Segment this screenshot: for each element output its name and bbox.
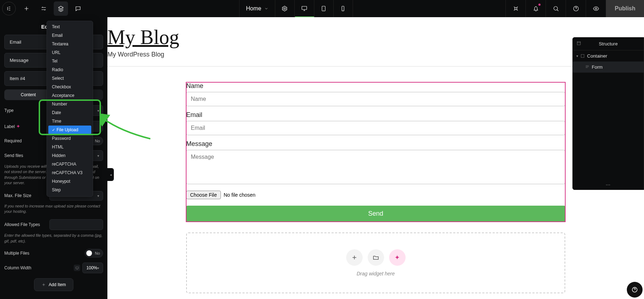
notification-icon[interactable] — [526, 0, 546, 17]
multi-toggle[interactable]: No — [85, 249, 103, 258]
no-file-text: No file chosen — [224, 192, 256, 198]
type-option[interactable]: Checkbox — [48, 83, 91, 91]
type-option[interactable]: Select — [48, 74, 91, 83]
svg-rect-7 — [76, 267, 78, 269]
form-message-input[interactable] — [186, 150, 565, 184]
form-email-label: Email — [186, 111, 565, 119]
sendfiles-label: Send files — [4, 153, 23, 158]
device-mobile-icon[interactable] — [334, 0, 353, 17]
type-option[interactable]: reCAPTCHA V3 — [48, 168, 91, 177]
structure-container-row[interactable]: ▾ Container — [573, 50, 644, 62]
type-option[interactable]: Password — [48, 134, 91, 143]
multi-label: Multiple Files — [4, 251, 29, 256]
structure-more[interactable]: ⋯ — [573, 180, 644, 190]
type-option[interactable]: Honeypot — [48, 177, 91, 186]
blog-subtitle: My WordPress Blog — [107, 51, 644, 58]
dropzone-folder-button[interactable] — [368, 249, 384, 266]
type-option[interactable]: Step — [48, 186, 91, 194]
ai-spark-icon[interactable]: ✦ — [16, 123, 20, 129]
type-option[interactable]: Number — [48, 100, 91, 108]
device-desktop-icon[interactable] — [295, 0, 314, 17]
type-option[interactable]: Text — [48, 23, 91, 31]
layers-icon[interactable] — [54, 1, 68, 16]
label-label: Label ✦ — [4, 123, 20, 129]
home-dropdown[interactable]: Home — [239, 0, 275, 17]
type-option[interactable]: File Upload — [48, 126, 91, 134]
device-selector-icon[interactable] — [74, 265, 80, 271]
publish-button[interactable]: Publish — [606, 0, 644, 17]
dropzone-ai-button[interactable]: ✦ — [389, 249, 406, 266]
structure-panel[interactable]: Structure ▾ Container Form ⋯ — [572, 37, 644, 190]
send-button[interactable]: Send — [186, 206, 565, 222]
settings-sliders-icon[interactable] — [35, 0, 52, 17]
chevron-down-icon[interactable]: ▾ — [576, 54, 578, 58]
maxsize-label: Max. File Size — [4, 193, 31, 198]
type-option[interactable]: HTML — [48, 143, 91, 151]
allowed-input[interactable] — [49, 219, 103, 230]
choose-file-button[interactable]: Choose File — [186, 191, 221, 199]
chevron-left-icon: ◂ — [110, 173, 112, 177]
type-option[interactable]: reCAPTCHA — [48, 160, 91, 168]
search-icon[interactable] — [546, 0, 566, 17]
navigator-icon[interactable] — [576, 41, 581, 47]
type-option[interactable]: Date — [48, 108, 91, 117]
blog-title[interactable]: My Blog — [107, 26, 644, 49]
home-label: Home — [246, 5, 261, 12]
svg-rect-9 — [581, 54, 584, 58]
help-fab[interactable] — [627, 282, 643, 298]
svg-point-0 — [284, 8, 286, 10]
dropzone-text: Drag widget here — [357, 271, 395, 276]
svg-point-4 — [554, 6, 558, 10]
connect-icon[interactable] — [505, 0, 526, 17]
structure-form-row[interactable]: Form — [573, 62, 644, 73]
form-name-input[interactable] — [186, 92, 565, 106]
required-label: Required — [4, 138, 22, 143]
svg-rect-8 — [577, 41, 580, 45]
colw-label: Column Width — [4, 265, 31, 270]
type-option[interactable]: Textarea — [48, 40, 91, 48]
form-widget[interactable]: Name Email Message Choose File No file c… — [186, 82, 565, 222]
type-option[interactable]: Radio — [48, 65, 91, 74]
add-icon[interactable] — [18, 0, 35, 17]
chevron-down-icon: ▾ — [97, 109, 99, 113]
type-option[interactable]: Tel — [48, 57, 91, 65]
allowed-label: Allowed File Types — [4, 222, 40, 227]
allowed-help: Enter the allowed file types, separated … — [4, 233, 103, 244]
type-dropdown-menu[interactable]: TextEmailTextareaURLTelRadioSelectCheckb… — [47, 21, 93, 197]
type-option[interactable]: Acceptance — [48, 91, 91, 100]
widget-dropzone[interactable]: ✦ Drag widget here — [186, 232, 565, 293]
elementor-logo[interactable] — [2, 2, 16, 15]
tab-content[interactable]: Content — [4, 89, 52, 100]
maxsize-help: If you need to increase max upload size … — [4, 204, 103, 215]
form-message-label: Message — [186, 140, 565, 148]
type-option[interactable]: Hidden — [48, 151, 91, 160]
preview-icon[interactable] — [586, 0, 606, 17]
device-tablet-icon[interactable] — [314, 0, 334, 17]
structure-title: Structure — [599, 41, 618, 46]
help-icon[interactable] — [566, 0, 586, 17]
svg-rect-1 — [302, 6, 307, 10]
svg-point-6 — [595, 8, 597, 10]
form-name-label: Name — [186, 82, 565, 90]
notification-badge — [538, 4, 541, 6]
type-label: Type — [4, 108, 14, 113]
type-option[interactable]: URL — [48, 48, 91, 57]
type-option[interactable]: Email — [48, 31, 91, 40]
add-item-button[interactable]: Add Item — [34, 278, 73, 291]
dropzone-add-button[interactable] — [346, 249, 363, 266]
type-option[interactable]: Time — [48, 117, 91, 126]
form-email-input[interactable] — [186, 121, 565, 135]
site-settings-icon[interactable] — [275, 0, 295, 17]
colw-select[interactable]: 100%▾ — [82, 263, 103, 273]
comment-icon[interactable] — [69, 0, 87, 17]
collapse-panel-button[interactable]: ◂ — [107, 168, 114, 181]
